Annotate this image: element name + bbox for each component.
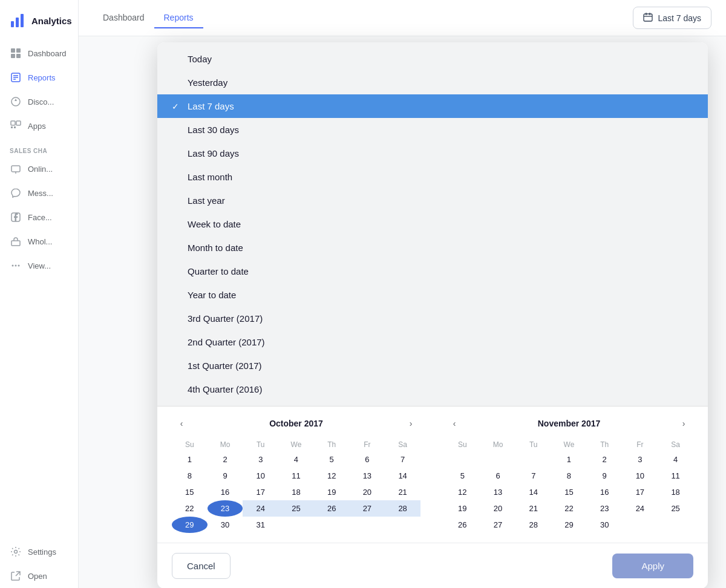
calendar-day[interactable]: 9 [208, 468, 243, 484]
preset-item-lastyear[interactable]: Last year [157, 189, 708, 212]
calendar-day[interactable]: 20 [350, 484, 385, 500]
calendar-day[interactable]: 28 [385, 500, 420, 517]
preset-item-last30[interactable]: Last 30 days [157, 118, 708, 142]
calendar-day[interactable]: 21 [515, 500, 551, 517]
calendar-day[interactable]: 16 [587, 484, 623, 500]
sidebar-item-dashboard[interactable]: Dashboard [0, 41, 78, 65]
calendar-day[interactable]: 13 [480, 484, 516, 500]
preset-item-last90[interactable]: Last 90 days [157, 142, 708, 165]
sidebar-item-apps[interactable]: Apps [0, 114, 78, 138]
calendar-day[interactable]: 3 [623, 451, 658, 468]
calendar-day[interactable]: 1 [551, 451, 587, 468]
calendar-day[interactable]: 20 [480, 500, 516, 517]
calendar-day[interactable]: 22 [172, 500, 208, 517]
calendar-day[interactable]: 17 [623, 484, 658, 500]
right-calendar-prev[interactable]: ‹ [447, 416, 462, 431]
sidebar-item-viewmore[interactable]: View... [0, 253, 78, 278]
sidebar-item-facebook[interactable]: Face... [0, 205, 78, 229]
calendar-day[interactable]: 26 [445, 517, 480, 533]
calendar-day[interactable]: 12 [314, 468, 350, 484]
sidebar-item-open[interactable]: Open [0, 564, 78, 588]
calendar-day[interactable]: 13 [350, 468, 385, 484]
calendar-day[interactable]: 29 [172, 517, 208, 533]
preset-item-monthtodate[interactable]: Month to date [157, 236, 708, 260]
preset-item-q3_2017[interactable]: 3rd Quarter (2017) [157, 307, 708, 330]
preset-item-yesterday[interactable]: Yesterday [157, 71, 708, 94]
calendar-day[interactable]: 4 [658, 451, 693, 468]
calendar-day[interactable]: 21 [385, 484, 420, 500]
calendar-day[interactable]: 2 [208, 451, 243, 468]
calendar-day[interactable]: 30 [587, 517, 623, 533]
calendar-day[interactable]: 10 [623, 468, 658, 484]
calendar-day[interactable]: 22 [551, 500, 587, 517]
calendar-day[interactable]: 14 [385, 468, 420, 484]
sidebar-item-discover[interactable]: Disco... [0, 90, 78, 114]
calendar-day[interactable]: 19 [314, 484, 350, 500]
sidebar-item-reports[interactable]: Reports [0, 65, 78, 90]
calendar-day[interactable]: 4 [278, 451, 314, 468]
left-calendar-next[interactable]: › [404, 416, 418, 431]
sidebar-item-wholesale[interactable]: Whol... [0, 229, 78, 253]
calendar-day[interactable]: 12 [445, 484, 480, 500]
preset-item-q1_2017[interactable]: 1st Quarter (2017) [157, 354, 708, 377]
calendar-day[interactable]: 17 [243, 484, 278, 500]
calendar-day[interactable]: 30 [208, 517, 243, 533]
right-calendar-next[interactable]: › [676, 416, 691, 431]
preset-item-yeartodate[interactable]: Year to date [157, 283, 708, 307]
apply-button[interactable]: Apply [612, 554, 693, 578]
preset-item-lastmonth[interactable]: Last month [157, 165, 708, 189]
calendar-day[interactable]: 9 [587, 468, 623, 484]
date-picker-button[interactable]: Last 7 days [633, 7, 711, 29]
calendar-day[interactable]: 8 [551, 468, 587, 484]
preset-item-q4_2016[interactable]: 4th Quarter (2016) [157, 377, 708, 401]
svg-rect-3 [11, 48, 15, 53]
calendar-day[interactable]: 31 [243, 517, 278, 533]
calendar-day[interactable]: 10 [243, 468, 278, 484]
tab-dashboard[interactable]: Dashboard [93, 8, 154, 28]
preset-label: Month to date [188, 243, 243, 253]
calendar-day[interactable]: 23 [587, 500, 623, 517]
calendar-day[interactable]: 16 [208, 484, 243, 500]
calendar-day[interactable]: 3 [243, 451, 278, 468]
sidebar: Analytics Dashboard Reports Disco... App… [0, 0, 79, 588]
calendar-day[interactable]: 1 [172, 451, 208, 468]
calendar-day[interactable]: 11 [278, 468, 314, 484]
cancel-button[interactable]: Cancel [172, 553, 231, 579]
calendar-day[interactable]: 11 [658, 468, 693, 484]
sidebar-item-messenger[interactable]: Mess... [0, 181, 78, 205]
calendar-day[interactable]: 15 [551, 484, 587, 500]
calendar-day[interactable]: 5 [445, 468, 480, 484]
tab-reports[interactable]: Reports [154, 8, 203, 28]
calendar-day[interactable]: 29 [551, 517, 587, 533]
calendar-day[interactable]: 26 [314, 500, 350, 517]
calendar-day[interactable]: 25 [278, 500, 314, 517]
preset-item-last7[interactable]: ✓Last 7 days [157, 94, 708, 118]
calendar-day[interactable]: 18 [658, 484, 693, 500]
calendar-day[interactable]: 24 [243, 500, 278, 517]
calendar-day[interactable]: 2 [587, 451, 623, 468]
preset-item-quartertodate[interactable]: Quarter to date [157, 260, 708, 283]
calendar-day[interactable]: 6 [480, 468, 516, 484]
calendar-day[interactable]: 18 [278, 484, 314, 500]
calendar-day[interactable]: 27 [480, 517, 516, 533]
calendar-day[interactable]: 28 [515, 517, 551, 533]
calendar-day[interactable]: 7 [515, 468, 551, 484]
calendar-day[interactable]: 23 [208, 500, 243, 517]
preset-item-q2_2017[interactable]: 2nd Quarter (2017) [157, 330, 708, 354]
preset-item-today[interactable]: Today [157, 47, 708, 71]
calendar-day[interactable]: 19 [445, 500, 480, 517]
calendar-day[interactable]: 7 [385, 451, 420, 468]
calendar-day[interactable]: 5 [314, 451, 350, 468]
left-calendar-prev[interactable]: ‹ [174, 416, 189, 431]
sidebar-item-settings[interactable]: Settings [0, 540, 78, 564]
calendar-day[interactable]: 14 [515, 484, 551, 500]
preset-item-weektodate[interactable]: Week to date [157, 212, 708, 236]
calendar-day[interactable]: 25 [658, 500, 693, 517]
calendar-day[interactable]: 15 [172, 484, 208, 500]
sidebar-item-online[interactable]: Onlin... [0, 157, 78, 181]
calendar-day[interactable]: 6 [350, 451, 385, 468]
calendar-day[interactable]: 8 [172, 468, 208, 484]
calendar-day[interactable]: 24 [623, 500, 658, 517]
weekday-header: Sa [385, 438, 420, 451]
calendar-day[interactable]: 27 [350, 500, 385, 517]
